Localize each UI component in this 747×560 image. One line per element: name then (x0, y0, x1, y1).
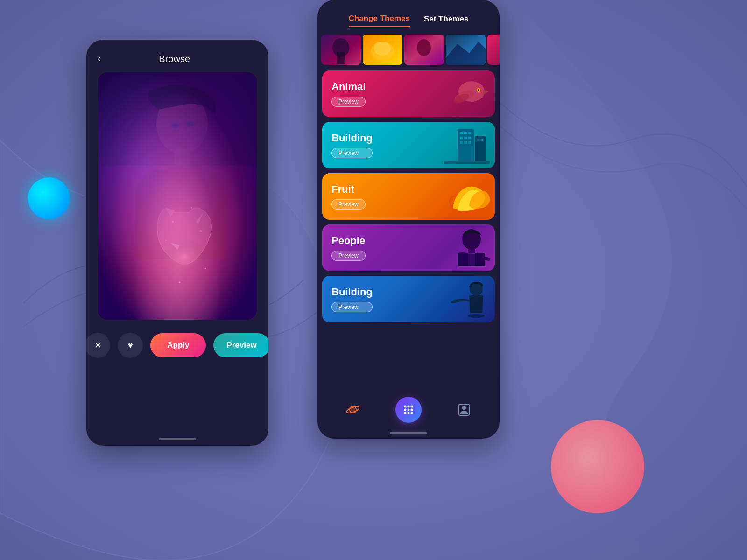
svg-rect-42 (475, 136, 486, 161)
planet-nav-icon[interactable] (344, 400, 362, 419)
bottom-bar-indicator (390, 432, 427, 434)
grid-nav-button[interactable] (395, 397, 422, 423)
building-title: Building (331, 132, 373, 144)
tab-change-themes[interactable]: Change Themes (349, 14, 410, 27)
heart-button[interactable]: ♥ (118, 333, 143, 358)
svg-rect-2 (98, 72, 257, 320)
svg-rect-39 (460, 141, 463, 144)
svg-point-55 (410, 406, 413, 408)
building2-preview-badge[interactable]: Preview (331, 302, 373, 312)
svg-point-12 (171, 124, 179, 128)
svg-point-5 (156, 222, 212, 268)
main-image-container (98, 72, 257, 320)
svg-point-53 (404, 406, 406, 408)
svg-rect-16 (98, 72, 257, 166)
svg-point-56 (404, 409, 406, 411)
svg-point-11 (205, 268, 206, 269)
svg-rect-33 (460, 132, 463, 134)
svg-rect-36 (460, 137, 463, 139)
svg-point-7 (191, 207, 192, 209)
theme-cards: Animal Preview (317, 69, 500, 389)
svg-rect-40 (464, 141, 467, 144)
svg-point-23 (374, 42, 391, 56)
pink-orb (551, 420, 644, 513)
profile-nav-icon[interactable] (455, 400, 473, 419)
building-art (444, 126, 490, 164)
svg-point-15 (184, 120, 196, 127)
theme-card-building2[interactable]: Building Preview (322, 276, 495, 322)
svg-rect-37 (464, 137, 467, 139)
tab-set-themes[interactable]: Set Themes (424, 14, 468, 27)
blue-orb (28, 177, 70, 219)
animal-preview-badge[interactable]: Preview (331, 97, 366, 107)
svg-point-63 (462, 406, 466, 410)
svg-rect-41 (468, 141, 471, 144)
phone-header: ‹ Browse (86, 40, 268, 72)
left-phone: ‹ Browse (86, 40, 268, 446)
svg-rect-45 (444, 161, 490, 164)
animal-art (444, 75, 490, 112)
apply-button[interactable]: Apply (150, 333, 206, 357)
people-preview-badge[interactable]: Preview (331, 251, 366, 261)
thumbnail-5[interactable] (487, 35, 500, 65)
svg-rect-35 (468, 132, 471, 134)
svg-point-59 (404, 412, 406, 414)
svg-point-61 (410, 412, 413, 414)
svg-point-29 (478, 89, 479, 91)
bottom-indicator (159, 438, 196, 440)
fruit-preview-badge[interactable]: Preview (331, 199, 366, 210)
phone-actions: ✕ ♥ Apply Preview (86, 333, 268, 358)
svg-point-13 (186, 122, 194, 127)
svg-point-57 (407, 409, 409, 411)
building-preview-badge[interactable]: Preview (331, 148, 373, 158)
svg-point-60 (407, 412, 409, 414)
browse-title: Browse (108, 54, 240, 64)
svg-point-49 (468, 314, 485, 318)
bottom-nav (317, 389, 500, 430)
theme-card-animal[interactable]: Animal Preview (322, 70, 495, 117)
svg-rect-47 (468, 248, 475, 253)
svg-point-54 (407, 406, 409, 408)
thumbnail-3[interactable] (404, 35, 444, 65)
svg-rect-1 (98, 72, 257, 320)
building2-art (444, 280, 490, 318)
back-button[interactable]: ‹ (98, 53, 101, 65)
fruit-art (444, 178, 490, 215)
svg-rect-44 (481, 139, 483, 141)
svg-point-10 (179, 282, 181, 283)
svg-point-9 (200, 230, 202, 232)
main-image (98, 72, 257, 320)
thumbnail-4[interactable] (446, 35, 486, 65)
close-button[interactable]: ✕ (86, 333, 110, 358)
fruit-title: Fruit (331, 183, 366, 196)
svg-rect-4 (174, 149, 190, 168)
svg-rect-43 (477, 139, 479, 141)
theme-card-people[interactable]: People Preview (322, 224, 495, 271)
thumbnail-2[interactable] (363, 35, 402, 65)
svg-point-6 (172, 221, 174, 223)
svg-point-8 (165, 240, 166, 241)
theme-card-fruit[interactable]: Fruit Preview (322, 173, 495, 220)
animal-title: Animal (331, 81, 366, 93)
tabs-container: Change Themes Set Themes (317, 0, 500, 35)
svg-point-14 (169, 122, 181, 128)
svg-rect-20 (337, 52, 345, 64)
preview-button[interactable]: Preview (213, 333, 268, 357)
thumbnail-1[interactable] (321, 35, 361, 65)
theme-card-building[interactable]: Building Preview (322, 122, 495, 168)
svg-rect-34 (464, 132, 467, 134)
svg-point-52 (351, 407, 355, 412)
right-phone: Change Themes Set Themes (317, 0, 500, 439)
people-art (444, 229, 490, 266)
svg-point-58 (410, 409, 413, 411)
svg-point-3 (156, 93, 208, 154)
thumbnail-row (317, 35, 500, 69)
building2-title: Building (331, 286, 373, 298)
svg-point-25 (417, 39, 431, 56)
svg-rect-38 (468, 137, 471, 139)
people-title: People (331, 235, 366, 247)
